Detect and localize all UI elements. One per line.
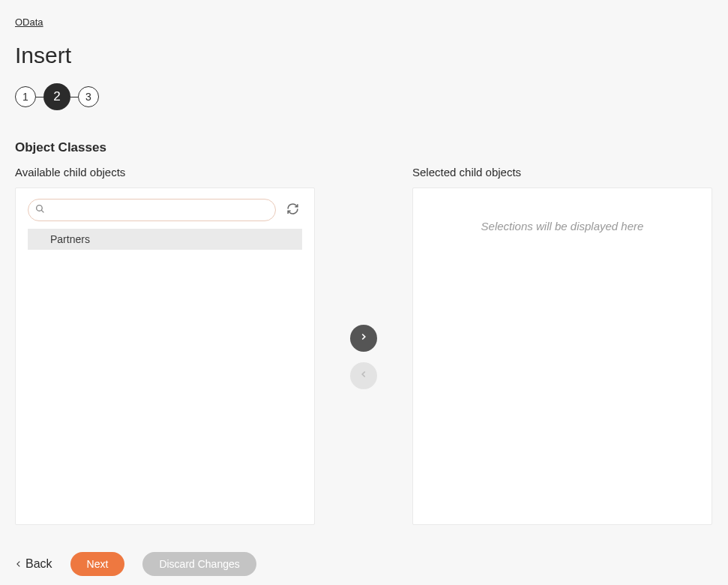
search-wrap: [28, 199, 276, 221]
page-title: Insert: [15, 43, 713, 68]
back-label: Back: [25, 557, 52, 571]
dual-list: Available child objects: [15, 166, 713, 525]
chevron-left-icon: [15, 557, 22, 571]
breadcrumb-odata[interactable]: OData: [15, 16, 43, 28]
step-3[interactable]: 3: [78, 86, 99, 107]
transfer-column: [315, 166, 412, 525]
stepper: 1 2 3: [15, 83, 713, 110]
selected-label: Selected child objects: [412, 166, 712, 178]
refresh-button[interactable]: [283, 200, 302, 220]
refresh-icon: [286, 202, 299, 218]
chevron-right-icon: [358, 332, 369, 344]
available-column: Available child objects: [15, 166, 315, 525]
svg-point-0: [37, 206, 43, 212]
search-icon: [35, 203, 45, 217]
footer: Back Next Discard Changes: [15, 552, 713, 576]
step-2[interactable]: 2: [43, 83, 70, 110]
selected-panel: Selections will be displayed here: [412, 188, 712, 525]
available-list: Partners: [28, 229, 302, 521]
available-label: Available child objects: [15, 166, 315, 178]
search-row: [28, 199, 302, 221]
svg-line-1: [41, 210, 43, 212]
available-panel: Partners: [15, 188, 315, 525]
section-title: Object Classes: [15, 140, 713, 155]
remove-button: [350, 362, 377, 389]
selected-placeholder: Selections will be displayed here: [413, 188, 712, 232]
discard-button[interactable]: Discard Changes: [142, 552, 256, 576]
step-1[interactable]: 1: [15, 86, 36, 107]
back-button[interactable]: Back: [15, 557, 52, 571]
chevron-left-icon: [358, 369, 369, 382]
step-connector: [70, 97, 78, 98]
search-input[interactable]: [28, 199, 276, 221]
list-item[interactable]: Partners: [28, 229, 302, 250]
step-connector: [36, 97, 43, 98]
selected-column: Selected child objects Selections will b…: [412, 166, 712, 525]
add-button[interactable]: [350, 325, 377, 352]
next-button[interactable]: Next: [70, 552, 125, 576]
